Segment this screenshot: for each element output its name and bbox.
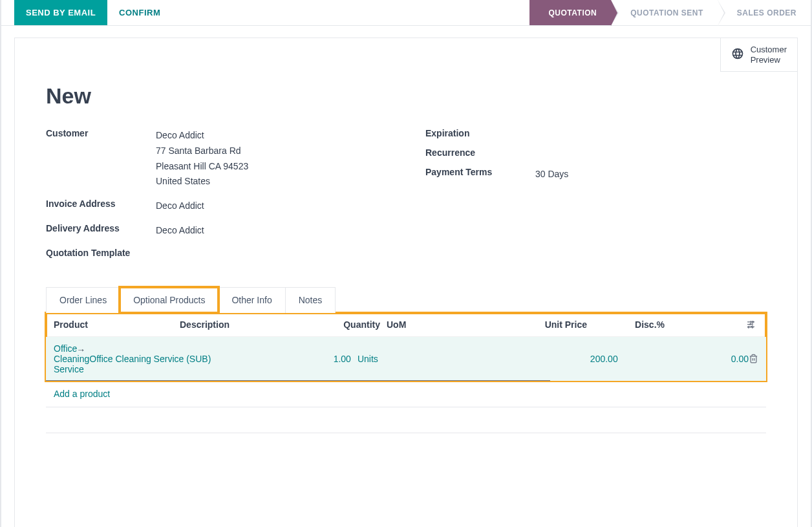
stage-quotation[interactable]: QUOTATION [529, 0, 612, 25]
invoice-address-label: Invoice Address [46, 199, 156, 214]
product-cell[interactable]: Office Cleaning Service → [54, 343, 89, 374]
customer-preview-label: CustomerPreview [751, 45, 787, 65]
empty-row [46, 433, 766, 511]
delivery-address-value[interactable]: Deco Addict [156, 223, 387, 239]
tab-optional-products[interactable]: Optional Products [120, 287, 219, 313]
recurrence-value[interactable] [535, 147, 766, 158]
quantity-cell[interactable]: 1.00 [220, 354, 351, 364]
tab-other-info[interactable]: Other Info [218, 287, 285, 313]
customer-preview-button[interactable]: CustomerPreview [720, 38, 797, 72]
form-sheet: CustomerPreview New Customer Deco Addict… [14, 38, 798, 527]
tab-order-lines[interactable]: Order Lines [46, 287, 120, 313]
svg-point-1 [749, 324, 751, 326]
col-unit-price: Unit Price [477, 319, 587, 330]
customer-value[interactable]: Deco Addict 77 Santa Barbara Rd Pleasant… [156, 128, 387, 189]
col-product: Product [54, 319, 180, 330]
stage-quotation-sent[interactable]: QUOTATION SENT [611, 0, 718, 25]
optional-products-grid: Product Description Quantity UoM Unit Pr… [46, 313, 766, 381]
stage-sales-order[interactable]: SALES ORDER [718, 0, 811, 25]
invoice-address-value[interactable]: Deco Addict [156, 199, 387, 214]
recurrence-label: Recurrence [425, 147, 535, 158]
discount-cell[interactable]: 0.00 [618, 354, 749, 364]
col-discount: Disc.% [587, 319, 665, 330]
col-uom: UoM [380, 319, 477, 330]
col-description: Description [180, 319, 335, 330]
col-quantity: Quantity [335, 319, 380, 330]
unit-price-cell[interactable]: 200.00 [487, 354, 617, 364]
action-bar: SEND BY EMAIL CONFIRM QUOTATION QUOTATIO… [1, 0, 811, 26]
payment-terms-label: Payment Terms [425, 167, 535, 182]
add-product-link[interactable]: Add a product [46, 381, 766, 407]
send-by-email-button[interactable]: SEND BY EMAIL [14, 0, 107, 25]
quotation-template-value[interactable] [156, 248, 387, 258]
delete-row-icon[interactable] [749, 354, 758, 363]
arrow-right-icon[interactable]: → [76, 345, 85, 355]
expiration-label: Expiration [425, 128, 535, 138]
grid-header-row: Product Description Quantity UoM Unit Pr… [46, 313, 766, 337]
status-bar: QUOTATION QUOTATION SENT SALES ORDER [529, 0, 811, 25]
expiration-value[interactable] [535, 128, 766, 138]
uom-cell[interactable]: Units [351, 354, 487, 364]
confirm-button[interactable]: CONFIRM [107, 0, 172, 25]
svg-point-2 [751, 326, 753, 328]
tab-notes[interactable]: Notes [285, 287, 336, 313]
description-cell[interactable]: Office Cleaning Service (SUB) [89, 354, 220, 364]
tab-bar: Order Lines Optional Products Other Info… [46, 286, 766, 313]
delivery-address-label: Delivery Address [46, 223, 156, 239]
empty-row [46, 407, 766, 433]
column-options-icon[interactable] [743, 319, 758, 329]
globe-icon [731, 47, 744, 62]
quotation-template-label: Quotation Template [46, 248, 156, 258]
customer-label: Customer [46, 128, 156, 189]
payment-terms-value[interactable]: 30 Days [535, 167, 766, 182]
svg-point-0 [753, 321, 754, 323]
page-title: New [46, 83, 766, 109]
table-row[interactable]: Office Cleaning Service → Office Cleanin… [46, 337, 766, 381]
